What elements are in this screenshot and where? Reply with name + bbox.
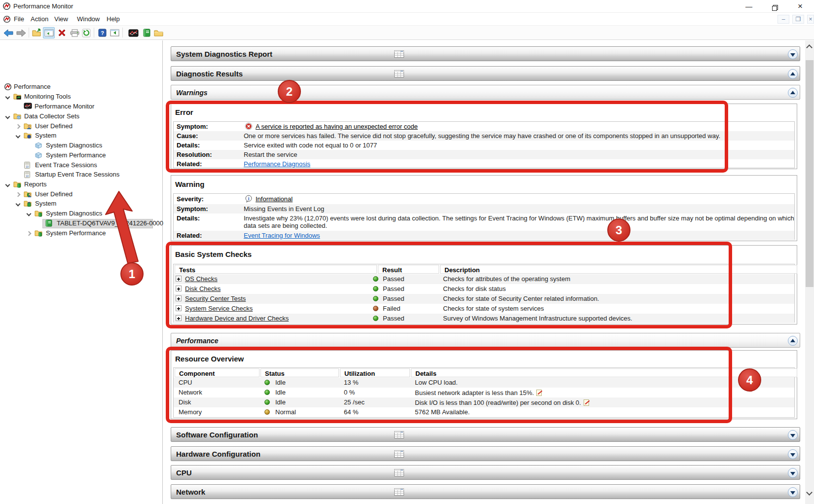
section-title: System Diagnostics Report (176, 50, 272, 58)
expand-collapse-button[interactable] (788, 336, 798, 346)
annotation-rect-basic-system-checks (166, 242, 732, 328)
tree-label: System Performance (46, 151, 106, 159)
child-minimize-button[interactable]: – (777, 15, 789, 24)
open-folder-icon[interactable] (153, 27, 165, 38)
tree-label: User Defined (35, 122, 73, 130)
section-title: Diagnostic Results (176, 70, 243, 78)
expand-collapse-button[interactable] (788, 88, 798, 98)
expander-closed-icon[interactable] (27, 231, 32, 236)
child-close-button[interactable]: × (807, 15, 814, 24)
toolbar-separator (29, 28, 29, 37)
annotation-callout-1: 1 (120, 262, 144, 286)
expander-open-icon[interactable] (16, 202, 21, 207)
expand-collapse-button[interactable] (788, 487, 798, 497)
tree-item-performance-root[interactable]: Performance (0, 82, 162, 92)
tree-item-startup-event-trace-sessions[interactable]: 10 Startup Event Trace Sessions (0, 170, 162, 180)
delete-icon[interactable] (56, 27, 68, 38)
tree-item-performance-monitor[interactable]: Performance Monitor (0, 102, 162, 111)
tree-item-user-defined-dcs[interactable]: User Defined (0, 122, 162, 131)
expand-collapse-button[interactable] (788, 449, 798, 459)
section-bar-diagnostic-results[interactable]: Diagnostic Results (171, 66, 800, 81)
close-button[interactable]: × (789, 0, 811, 13)
export-icon[interactable] (31, 27, 43, 38)
cube-icon (35, 142, 43, 150)
expander-open-icon[interactable] (5, 95, 10, 100)
tree-label: Data Collector Sets (24, 112, 79, 120)
tree-item-system-diagnostics-dcs[interactable]: System Diagnostics (0, 141, 162, 150)
scroll-up-icon[interactable] (806, 44, 813, 51)
svg-text:?: ? (101, 30, 104, 36)
section-bar-warnings[interactable]: Warnings (171, 85, 800, 100)
show-hide-console-tree-icon[interactable] (43, 27, 55, 38)
scroll-down-icon[interactable] (806, 489, 813, 496)
tree-item-system-performance-dcs[interactable]: System Performance (0, 151, 162, 160)
warning-table: Severity: i Informational Symptom: Missi… (173, 193, 795, 240)
expander-open-icon[interactable] (5, 182, 10, 187)
scrollbar-thumb[interactable] (806, 60, 814, 287)
menu-action[interactable]: Action (28, 13, 51, 26)
performance-monitor-view-icon[interactable] (127, 27, 139, 38)
table-view-icon (394, 50, 404, 58)
back-icon[interactable] (2, 27, 14, 38)
folder-report-system-icon (24, 200, 32, 208)
table-view-icon (394, 431, 404, 438)
minimize-button[interactable]: — (738, 0, 760, 13)
warning-row-severity: Severity: i Informational (174, 194, 794, 204)
expand-collapse-button[interactable] (788, 430, 798, 440)
expander-closed-icon[interactable] (16, 192, 21, 197)
section-bar-performance[interactable]: Performance (171, 333, 800, 348)
svg-text:i: i (248, 196, 250, 201)
tree-label: Monitoring Tools (24, 93, 71, 100)
folder-user-report-icon (24, 190, 32, 199)
annotation-rect-resource-overview (166, 347, 732, 423)
tree-label: Startup Event Trace Sessions (35, 171, 119, 178)
section-bar-cpu[interactable]: CPU (171, 465, 800, 480)
section-bar-system-diagnostics-report[interactable]: System Diagnostics Report (171, 46, 800, 61)
print-icon[interactable] (69, 27, 80, 38)
toolbar: ? (0, 26, 814, 40)
menu-view[interactable]: View (51, 13, 71, 26)
expander-open-icon[interactable] (16, 134, 21, 139)
tree-label: Performance (14, 83, 50, 90)
section-bar-hardware-configuration[interactable]: Hardware Configuration (171, 446, 800, 461)
section-bar-network[interactable]: Network (171, 484, 800, 499)
help-icon[interactable]: ? (96, 27, 108, 38)
child-restore-button[interactable]: ❐ (792, 15, 804, 24)
expand-collapse-button[interactable] (788, 49, 798, 59)
report-file-icon (45, 219, 54, 228)
tree-item-data-collector-sets[interactable]: Data Collector Sets (0, 112, 162, 121)
annotation-callout-2: 2 (278, 80, 301, 103)
restore-button[interactable] (764, 0, 785, 13)
tree-item-system-dcs[interactable]: System (0, 131, 162, 141)
info-icon: i (245, 195, 253, 203)
section-title: Hardware Configuration (176, 450, 260, 458)
tree-item-event-trace-sessions[interactable]: 10 Event Trace Sessions (0, 161, 162, 170)
expand-collapse-button[interactable] (788, 69, 798, 79)
vertical-scrollbar[interactable] (805, 40, 814, 504)
menu-file[interactable]: File (11, 13, 27, 26)
perfmon-logo-icon (4, 83, 12, 91)
expander-closed-icon[interactable] (16, 124, 21, 129)
menu-help[interactable]: Help (104, 13, 123, 26)
perfmon-logo-icon (2, 2, 11, 10)
tree-item-monitoring-tools[interactable]: Monitoring Tools (0, 92, 162, 102)
warning-row-symptom: Symptom: Missing Events in Event Log (174, 204, 794, 214)
cube-icon (35, 151, 43, 160)
report-view-icon[interactable] (141, 27, 152, 38)
expander-open-icon[interactable] (27, 212, 32, 216)
tree-label: System Diagnostics (46, 210, 102, 217)
event-tracing-link[interactable]: Event Tracing for Windows (244, 232, 320, 239)
menu-window[interactable]: Window (74, 13, 103, 26)
warning-panel-title: Warning (175, 180, 204, 188)
new-window-icon[interactable] (109, 27, 120, 38)
forward-icon[interactable] (15, 27, 27, 38)
section-title: Network (176, 488, 205, 496)
expand-collapse-button[interactable] (788, 468, 798, 478)
section-title: CPU (176, 468, 192, 477)
trace-log-icon: 10 (24, 171, 32, 179)
expander-open-icon[interactable] (5, 114, 10, 119)
section-bar-software-configuration[interactable]: Software Configuration (171, 427, 800, 442)
severity-link[interactable]: Informational (256, 195, 293, 203)
warning-row-related: Related: Event Tracing for Windows (174, 231, 794, 240)
refresh-icon[interactable] (80, 27, 92, 38)
